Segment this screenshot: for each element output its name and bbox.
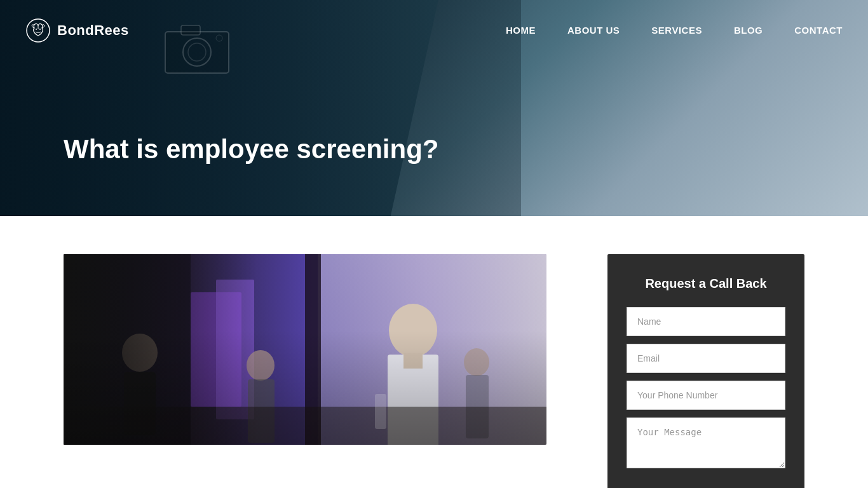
content-image bbox=[64, 254, 546, 445]
svg-point-20 bbox=[464, 348, 489, 376]
svg-point-13 bbox=[122, 334, 158, 372]
meeting-scene bbox=[64, 254, 546, 445]
svg-point-0 bbox=[27, 19, 50, 42]
nav-link-contact[interactable]: CONTACT bbox=[794, 25, 843, 36]
svg-rect-21 bbox=[466, 375, 489, 438]
nav-link-home[interactable]: HOME bbox=[506, 25, 536, 36]
svg-rect-22 bbox=[64, 407, 546, 445]
hero-title: What is employee screening? bbox=[64, 133, 439, 165]
form-title: Request a Call Back bbox=[627, 276, 785, 291]
main-content: Request a Call Back bbox=[0, 216, 868, 488]
nav-link-blog[interactable]: BLOG bbox=[734, 25, 763, 36]
svg-point-2 bbox=[39, 29, 41, 30]
svg-rect-14 bbox=[124, 372, 156, 435]
svg-point-15 bbox=[247, 350, 275, 381]
logo-icon bbox=[25, 18, 51, 43]
svg-rect-11 bbox=[216, 280, 254, 419]
nav-link-services[interactable]: SERVICES bbox=[651, 25, 702, 36]
nav-links: HOME ABOUT US SERVICES BLOG CONTACT bbox=[506, 25, 843, 36]
logo[interactable]: BondRees bbox=[25, 18, 129, 43]
svg-rect-9 bbox=[318, 254, 546, 445]
nav-item-about[interactable]: ABOUT US bbox=[567, 25, 620, 36]
svg-rect-16 bbox=[248, 379, 275, 443]
logo-text: BondRees bbox=[57, 22, 129, 39]
nav-item-home[interactable]: HOME bbox=[506, 25, 536, 36]
email-input[interactable] bbox=[627, 344, 785, 373]
svg-rect-24 bbox=[64, 254, 191, 445]
svg-rect-18 bbox=[388, 355, 438, 445]
svg-point-17 bbox=[389, 304, 437, 357]
callback-form: Request a Call Back bbox=[607, 254, 804, 488]
hero-content: What is employee screening? bbox=[64, 133, 439, 165]
nav-link-about[interactable]: ABOUT US bbox=[567, 25, 620, 36]
svg-rect-10 bbox=[191, 292, 241, 407]
nav-item-services[interactable]: SERVICES bbox=[651, 25, 702, 36]
svg-point-1 bbox=[36, 29, 37, 30]
svg-rect-12 bbox=[305, 254, 321, 445]
phone-input[interactable] bbox=[627, 381, 785, 410]
nav-item-contact[interactable]: CONTACT bbox=[794, 25, 843, 36]
name-input[interactable] bbox=[627, 307, 785, 336]
message-textarea[interactable] bbox=[627, 417, 785, 468]
navbar: BondRees HOME ABOUT US SERVICES BLOG CON… bbox=[0, 0, 868, 61]
svg-rect-19 bbox=[403, 353, 423, 369]
nav-item-blog[interactable]: BLOG bbox=[734, 25, 763, 36]
svg-rect-23 bbox=[375, 394, 386, 429]
